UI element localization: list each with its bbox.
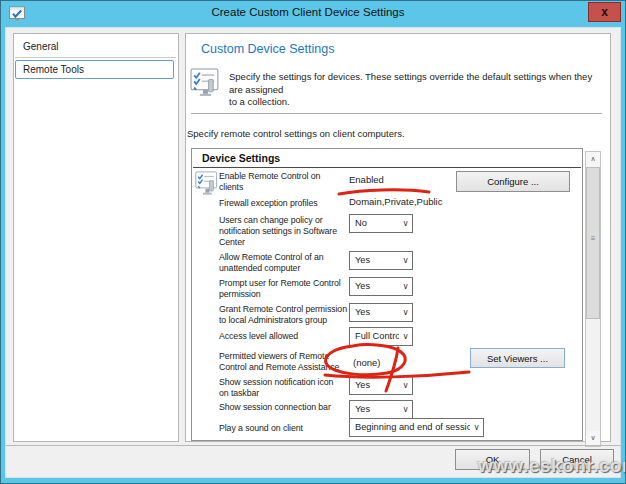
app-window-check-icon (9, 6, 26, 22)
setting-value-permitted-viewers: (none) (353, 357, 380, 368)
chevron-down-icon: ∨ (471, 419, 482, 436)
setting-label-session-notification: Show session notification icon on taskba… (219, 377, 353, 399)
setting-label-grant-admins: Grant Remote Control permission to local… (219, 304, 353, 326)
setting-label-connection-bar: Show session connection bar (219, 402, 353, 413)
chevron-down-icon: ∨ (400, 278, 411, 295)
chevron-down-icon: ∨ (400, 252, 411, 269)
nav-separator (15, 57, 176, 58)
access-level-dropdown[interactable]: Full Control ∨ (349, 327, 413, 346)
connection-bar-dropdown[interactable]: Yes ∨ (349, 400, 413, 419)
chevron-down-icon: ∨ (400, 328, 411, 345)
scrollbar-grip-icon: ≡ (587, 234, 599, 244)
setting-label-users-change-policy: Users can change policy or notification … (219, 215, 353, 248)
close-icon: x (601, 5, 608, 19)
header-divider (191, 113, 602, 114)
footer-divider (6, 445, 622, 446)
device-settings-group-rule (193, 167, 581, 168)
setting-label-enable-remote-control: Enable Remote Control on clients (219, 171, 353, 193)
setting-label-prompt-user: Prompt user for Remote Control permissio… (219, 278, 353, 300)
scroll-up-button[interactable]: ∧ (586, 152, 600, 167)
intro-text: Specify remote control settings on clien… (187, 128, 405, 139)
device-settings-checklist-icon (190, 67, 221, 98)
setting-label-firewall-profiles: Firewall exception profiles (219, 198, 353, 209)
vertical-scrollbar[interactable]: ∧ ≡ ∨ (585, 151, 601, 447)
nav-item-remote-tools[interactable]: Remote Tools (15, 60, 174, 79)
scroll-down-button[interactable]: ∨ (586, 431, 600, 446)
window-title: Create Custom Client Device Settings (41, 6, 575, 18)
title-bar[interactable]: Create Custom Client Device Settings x (1, 1, 625, 27)
remote-control-checklist-icon (195, 170, 219, 197)
prompt-user-dropdown[interactable]: Yes ∨ (349, 277, 413, 296)
users-change-policy-dropdown[interactable]: No ∨ (349, 214, 413, 233)
chevron-down-icon: ∨ (400, 377, 411, 394)
set-viewers-button[interactable]: Set Viewers ... (470, 348, 565, 368)
unattended-computer-dropdown[interactable]: Yes ∨ (349, 251, 413, 270)
setting-label-unattended-computer: Allow Remote Control of an unattended co… (219, 252, 353, 274)
cancel-button[interactable]: Cancel (540, 449, 614, 470)
chevron-down-icon: ∨ (400, 215, 411, 232)
configure-button[interactable]: Configure ... (456, 171, 570, 192)
setting-value-enable-remote-control: Enabled (349, 174, 384, 185)
session-notification-dropdown[interactable]: Yes ∨ (349, 376, 413, 395)
scrollbar-thumb[interactable]: ≡ (586, 167, 600, 319)
setting-label-play-sound: Play a sound on client (219, 423, 353, 434)
setting-label-permitted-viewers: Permitted viewers of Remote Control and … (219, 351, 353, 373)
setting-value-firewall-profiles: Domain,Private,Public (349, 196, 442, 207)
play-sound-dropdown[interactable]: Beginning and end of session ∨ (349, 418, 484, 437)
page-title: Custom Device Settings (201, 42, 334, 56)
scroll-up-icon: ∧ (590, 155, 595, 162)
nav-item-general[interactable]: General (23, 41, 59, 52)
grant-admins-dropdown[interactable]: Yes ∨ (349, 303, 413, 322)
close-button[interactable]: x (588, 2, 621, 22)
scroll-down-icon: ∨ (590, 434, 595, 441)
ok-button[interactable]: OK (455, 449, 530, 470)
settings-nav-panel (13, 33, 179, 442)
page-description: Specify the settings for devices. These … (229, 71, 603, 109)
dialog-create-custom-client-device-settings: Create Custom Client Device Settings x G… (0, 0, 626, 484)
device-settings-group-title: Device Settings (202, 152, 280, 164)
nav-item-remote-tools-label: Remote Tools (16, 61, 173, 78)
setting-label-access-level: Access level allowed (219, 331, 353, 342)
chevron-down-icon: ∨ (400, 304, 411, 321)
chevron-down-icon: ∨ (400, 401, 411, 418)
